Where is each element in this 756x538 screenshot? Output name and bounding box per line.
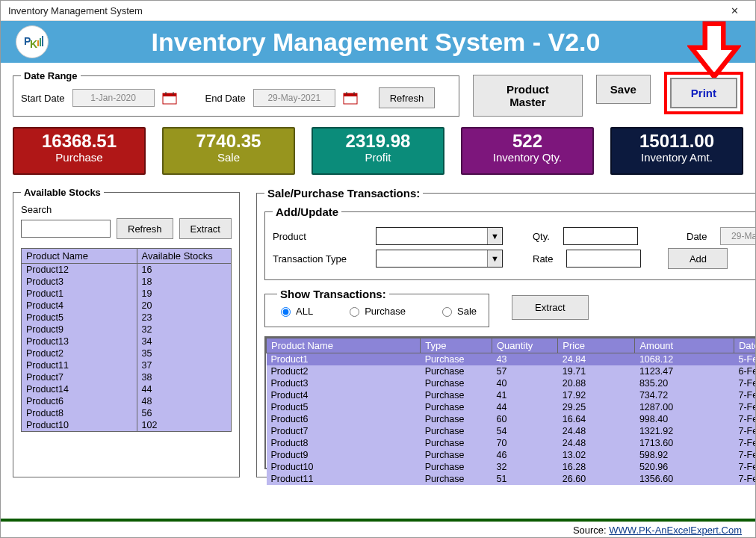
window-titlebar: Inventory Management System ✕ — [1, 1, 755, 21]
table-row[interactable]: Product9Purchase4613.02598.927-Feb-20 — [267, 449, 757, 461]
metric-inventory-qty: 522 Inventory Qty. — [461, 127, 594, 175]
svg-text:K: K — [30, 38, 37, 50]
stocks-refresh-button[interactable]: Refresh — [117, 218, 173, 239]
print-button[interactable]: Print — [670, 78, 737, 108]
metric-sale: 7740.35 Sale — [162, 127, 295, 175]
footer: Source: WWW.PK-AnExcelExpert.Com — [1, 519, 755, 538]
start-date-input[interactable] — [72, 89, 155, 107]
table-row[interactable]: Product523 — [22, 312, 232, 324]
table-row[interactable]: Product2Purchase5719.711123.476-Feb-20 — [267, 365, 757, 377]
show-transactions-legend: Show Transactions: — [277, 288, 389, 300]
end-date-label: End Date — [205, 93, 246, 104]
refresh-button[interactable]: Refresh — [379, 87, 436, 108]
product-combo[interactable]: ▼ — [376, 227, 503, 245]
transactions-table[interactable]: Product Name Type Quantity Price Amount … — [266, 338, 756, 485]
table-row[interactable]: Product10102 — [22, 419, 232, 432]
product-label: Product — [273, 231, 362, 242]
window-title: Inventory Management System — [8, 5, 143, 16]
product-master-button[interactable]: Product Master — [473, 75, 583, 117]
metric-purchase: 16368.51 Purchase — [13, 127, 146, 175]
metrics-row: 16368.51 Purchase 7740.35 Sale 2319.98 P… — [13, 127, 743, 175]
stocks-extract-button[interactable]: Extract — [179, 218, 232, 239]
table-row[interactable]: Product4Purchase4117.92734.727-Feb-20 — [267, 389, 757, 401]
end-date-input[interactable] — [253, 89, 335, 107]
metric-profit: 2319.98 Profit — [312, 127, 444, 175]
table-row[interactable]: Product5Purchase4429.251287.007-Feb-20 — [267, 401, 757, 413]
table-row[interactable]: Product7Purchase5424.481321.927-Feb-20 — [267, 425, 757, 437]
stocks-col-name: Product Name — [22, 249, 137, 264]
table-row[interactable]: Product10Purchase3216.28520.967-Feb-20 — [267, 461, 757, 473]
date-range-group: Date Range Start Date End Date Refresh — [13, 70, 459, 117]
svg-rect-5 — [42, 36, 43, 46]
transactions-group: Sale/Purchase Transactions: Add/Update P… — [256, 187, 756, 477]
stocks-col-qty: Available Stocks — [137, 249, 231, 264]
table-row[interactable]: Product738 — [22, 371, 232, 383]
transactions-table-wrap: Product Name Type Quantity Price Amount … — [264, 336, 756, 469]
radio-sale[interactable]: Sale — [439, 305, 477, 317]
calendar-icon[interactable] — [162, 90, 177, 105]
add-update-legend: Add/Update — [273, 205, 341, 218]
svg-rect-4 — [40, 38, 41, 46]
table-row[interactable]: Product11Purchase5126.601356.607-Feb-20 — [267, 473, 757, 485]
qty-input[interactable] — [563, 227, 638, 245]
window-close-icon[interactable]: ✕ — [718, 1, 751, 20]
table-row[interactable]: Product8Purchase7024.481713.607-Feb-20 — [267, 437, 757, 449]
footer-link[interactable]: WWW.PK-AnExcelExpert.Com — [609, 525, 742, 536]
table-row[interactable]: Product318 — [22, 276, 232, 288]
table-row[interactable]: Product1216 — [22, 264, 232, 276]
txn-type-label: Transaction Type — [273, 253, 362, 265]
radio-purchase[interactable]: Purchase — [346, 305, 406, 317]
table-row[interactable]: Product1Purchase4324.841068.125-Feb-20 — [267, 353, 757, 366]
search-label: Search — [21, 204, 232, 215]
table-row[interactable]: Product932 — [22, 324, 232, 336]
header-banner: P K Inventory Management System - V2.0 — [1, 21, 755, 63]
txn-date-label: Date — [687, 231, 707, 242]
table-row[interactable]: Product856 — [22, 407, 232, 419]
transactions-legend: Sale/Purchase Transactions: — [264, 187, 423, 200]
rate-input[interactable] — [566, 250, 641, 268]
add-update-group: Add/Update Product ▼ Qty. Date — [264, 205, 756, 280]
print-highlight-box: Print — [664, 72, 743, 114]
table-row[interactable]: Product1444 — [22, 383, 232, 395]
rate-label: Rate — [533, 253, 553, 265]
available-stocks-group: Available Stocks Search Refresh Extract … — [13, 187, 240, 477]
table-row[interactable]: Product648 — [22, 395, 232, 407]
show-transactions-group: Show Transactions: ALL Purchase Sale — [264, 288, 489, 327]
footer-label: Source: — [573, 525, 609, 536]
svg-rect-7 — [163, 93, 176, 96]
metric-inventory-amt: 15011.00 Inventory Amt. — [610, 127, 743, 175]
add-button[interactable]: Add — [668, 248, 728, 269]
svg-rect-3 — [37, 40, 39, 46]
stocks-search-input[interactable] — [21, 220, 111, 238]
calendar-icon[interactable] — [343, 90, 358, 105]
table-row[interactable]: Product235 — [22, 347, 232, 359]
table-row[interactable]: Product1334 — [22, 336, 232, 347]
transactions-extract-button[interactable]: Extract — [512, 295, 588, 320]
table-row[interactable]: Product3Purchase4020.88835.207-Feb-20 — [267, 377, 757, 389]
logo-icon: P K — [16, 25, 49, 58]
date-range-legend: Date Range — [21, 70, 81, 81]
qty-label: Qty. — [533, 231, 550, 242]
available-stocks-legend: Available Stocks — [21, 187, 104, 198]
table-row[interactable]: Product119 — [22, 288, 232, 300]
save-button[interactable]: Save — [596, 75, 651, 104]
table-row[interactable]: Product1137 — [22, 359, 232, 371]
radio-all[interactable]: ALL — [277, 305, 313, 317]
table-row[interactable]: Product420 — [22, 300, 232, 312]
table-row[interactable]: Product6Purchase6016.64998.407-Feb-20 — [267, 413, 757, 425]
start-date-label: Start Date — [21, 93, 65, 104]
txn-type-combo[interactable]: ▼ — [376, 250, 503, 268]
svg-rect-11 — [344, 93, 357, 96]
txn-date-input[interactable] — [720, 227, 756, 245]
stocks-table[interactable]: Product Name Available Stocks Product121… — [21, 248, 232, 432]
app-title: Inventory Management System - V2.0 — [49, 28, 703, 57]
